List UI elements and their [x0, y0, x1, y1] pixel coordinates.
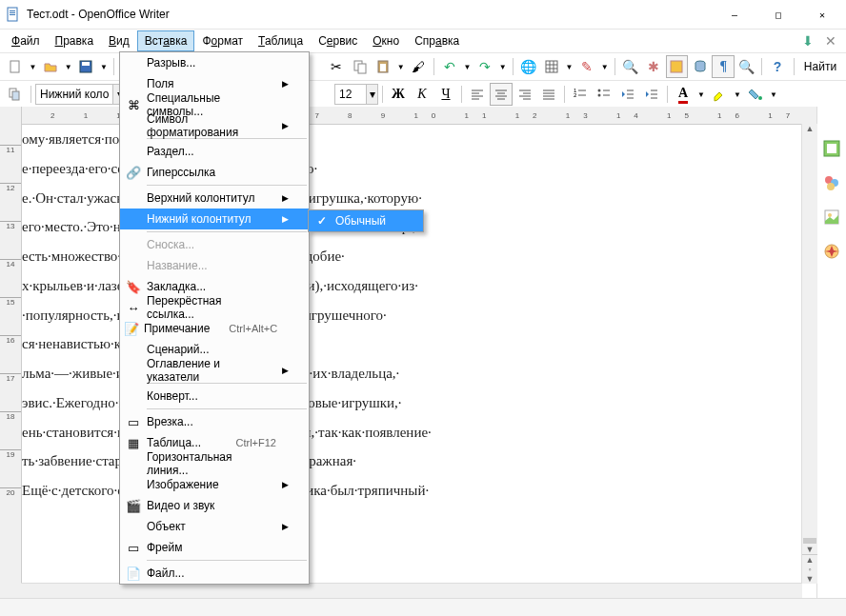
menu-item[interactable]: 🎬Видео и звук: [120, 495, 309, 516]
svg-point-57: [828, 213, 832, 217]
align-left-button[interactable]: [466, 83, 489, 106]
menu-edit[interactable]: Правка: [48, 30, 102, 51]
paste-dropdown[interactable]: ▼: [395, 55, 407, 78]
bold-button[interactable]: Ж: [387, 83, 410, 106]
nonprinting-button[interactable]: ¶: [712, 55, 734, 78]
copy-button[interactable]: [349, 55, 371, 78]
menu-item[interactable]: Раздел...: [120, 141, 309, 162]
find-button[interactable]: 🔍: [619, 55, 641, 78]
menu-insert[interactable]: Вставка: [137, 30, 195, 51]
undo-dropdown[interactable]: ▼: [462, 55, 473, 78]
menu-item[interactable]: Горизонтальная линия...: [120, 453, 309, 474]
menu-file[interactable]: Файл: [4, 30, 48, 51]
gallery-button[interactable]: [666, 55, 688, 78]
menu-window[interactable]: Окно: [365, 30, 407, 51]
open-button[interactable]: [39, 55, 61, 78]
align-center-button[interactable]: [490, 83, 513, 106]
format-paintbrush-button[interactable]: 🖌: [408, 55, 430, 78]
close-doc-icon[interactable]: ✕: [819, 30, 842, 52]
menu-item-label: Название...: [147, 259, 282, 272]
menu-tools[interactable]: Сервис: [311, 30, 365, 51]
menu-item[interactable]: Изображение▶: [120, 474, 309, 495]
open-dropdown[interactable]: ▼: [63, 55, 74, 78]
menu-item[interactable]: Оглавление и указатели▶: [120, 360, 309, 381]
cut-button[interactable]: ✂: [325, 55, 347, 78]
redo-dropdown[interactable]: ▼: [497, 55, 509, 78]
sidebar-right: [816, 107, 846, 599]
numbering-button[interactable]: 12: [569, 83, 592, 106]
menu-item-icon: ▭: [120, 541, 147, 555]
decrease-indent-button[interactable]: [616, 83, 639, 106]
hyperlink-button[interactable]: 🌐: [517, 55, 539, 78]
menu-item[interactable]: Разрыв...: [120, 52, 309, 73]
insert-menu-dropdown: Разрыв...Поля▶⌘Специальные символы...Сим…: [119, 51, 310, 585]
menu-item[interactable]: Символ форматирования▶: [120, 115, 309, 136]
new-doc-button[interactable]: [4, 55, 26, 78]
update-icon[interactable]: ⬇: [796, 30, 819, 52]
zoom-button[interactable]: 🔍: [735, 55, 757, 78]
sidebar-styles-icon[interactable]: [820, 171, 843, 194]
submenu-item-default[interactable]: ✓ Обычный: [309, 210, 423, 231]
datasources-button[interactable]: [689, 55, 711, 78]
save-dropdown[interactable]: ▼: [98, 55, 110, 78]
menu-item[interactable]: ▭Фрейм: [120, 537, 309, 558]
menu-item[interactable]: ▭Врезка...: [120, 411, 309, 432]
drawing-button[interactable]: ✎: [575, 55, 597, 78]
menu-item[interactable]: Верхний колонтитул▶: [120, 188, 309, 209]
menu-item[interactable]: 📄Файл...: [120, 563, 309, 584]
undo-button[interactable]: ↶: [438, 55, 460, 78]
menu-item-label: Конверт...: [147, 389, 282, 403]
menu-item[interactable]: 🔗Гиперссылка: [120, 162, 309, 183]
paste-button[interactable]: [372, 55, 393, 78]
font-color-button[interactable]: A: [672, 83, 695, 106]
window-minimize-button[interactable]: —: [713, 0, 756, 29]
menu-item-label: Сноска...: [147, 238, 282, 251]
redo-button[interactable]: ↷: [473, 55, 495, 78]
styles-button[interactable]: [4, 83, 27, 106]
menu-item-icon: ⌘: [120, 98, 147, 112]
align-justify-button[interactable]: [537, 83, 560, 106]
menu-item[interactable]: 📝ПримечаниеCtrl+Alt+C: [120, 318, 309, 339]
drawing-dropdown[interactable]: ▼: [599, 55, 611, 78]
menu-help[interactable]: Справка: [407, 30, 467, 51]
sidebar-navigator-icon[interactable]: [820, 240, 843, 263]
highlight-dropdown[interactable]: ▼: [732, 83, 743, 106]
bgcolor-button[interactable]: [744, 83, 767, 106]
new-dropdown[interactable]: ▼: [27, 55, 38, 78]
align-right-button[interactable]: [514, 83, 536, 106]
highlight-button[interactable]: [708, 83, 731, 106]
menu-table[interactable]: Таблица: [251, 30, 311, 51]
menu-item-label: Оглавление и указатели: [147, 357, 282, 384]
style-combo[interactable]: Нижний коло ▾: [35, 84, 132, 105]
menu-item[interactable]: Нижний колонтитул▶: [120, 209, 309, 229]
menu-item-icon: 🔖: [120, 280, 147, 294]
menu-item-icon: ▦: [120, 436, 147, 450]
window-maximize-button[interactable]: □: [756, 0, 800, 29]
sidebar-properties-icon[interactable]: [820, 137, 843, 160]
underline-button[interactable]: Ч: [434, 83, 457, 106]
menu-view[interactable]: Вид: [101, 30, 137, 51]
font-size-value: 12: [335, 88, 366, 101]
italic-button[interactable]: К: [411, 83, 433, 106]
table-button[interactable]: [540, 55, 562, 78]
menu-format[interactable]: Формат: [194, 30, 251, 51]
svg-rect-52: [827, 144, 836, 153]
save-button[interactable]: [75, 55, 97, 78]
menu-item[interactable]: Объект▶: [120, 516, 309, 537]
menu-item[interactable]: ↔Перекрёстная ссылка...: [120, 297, 309, 318]
increase-indent-button[interactable]: [640, 83, 663, 106]
navigator-button[interactable]: ✱: [642, 55, 664, 78]
table-dropdown[interactable]: ▼: [564, 55, 575, 78]
font-size-combo[interactable]: 12 ▾: [334, 84, 378, 105]
bgcolor-dropdown[interactable]: ▼: [768, 83, 779, 106]
window-close-button[interactable]: ✕: [800, 0, 844, 29]
horizontal-scrollbar[interactable]: [21, 583, 802, 599]
menu-item[interactable]: Конверт...: [120, 386, 309, 407]
help-button[interactable]: ?: [766, 55, 788, 78]
sidebar-gallery-icon[interactable]: [820, 206, 843, 229]
vertical-scrollbar[interactable]: ▲ ▼ ▲ ◦ ▼: [801, 124, 817, 584]
menu-item-label: Перекрёстная ссылка...: [147, 294, 282, 321]
find-label[interactable]: Найти: [798, 60, 842, 73]
font-color-dropdown[interactable]: ▼: [695, 83, 707, 106]
bullets-button[interactable]: [593, 83, 615, 106]
